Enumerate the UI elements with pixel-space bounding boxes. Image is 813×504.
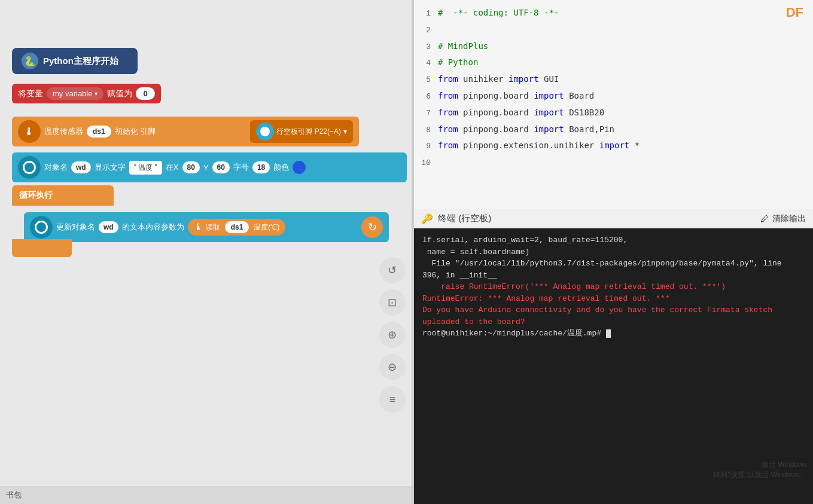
line-num-1: 1 <box>414 8 438 20</box>
terminal-icon: 🔑 <box>421 213 433 224</box>
font-value-pill[interactable]: 18 <box>252 161 270 173</box>
terminal-header: 🔑 终端 (行空板) 🖊 清除输出 <box>414 209 813 228</box>
clear-label: 清除输出 <box>772 213 806 224</box>
pin-selector[interactable]: ● 行空板引脚 P22(~A) ▾ <box>250 120 353 143</box>
temp-read-pill[interactable]: 🌡 读取 ds1 温度(℃) <box>188 219 286 236</box>
color-picker[interactable] <box>293 161 306 174</box>
temp-label: 温度(℃) <box>254 222 279 233</box>
df-logo: DF <box>786 5 803 20</box>
obj-label: 对象名 <box>44 162 68 173</box>
clear-icon: 🖊 <box>760 214 769 224</box>
code-line-10: 10 <box>414 154 813 171</box>
update-block[interactable]: 更新对象名 wd 的文本内容参数为 🌡 读取 ds1 温度(℃) ↻ <box>24 212 389 242</box>
text-content-pill[interactable]: " 温度 " <box>129 161 162 175</box>
update-icon <box>30 216 53 239</box>
code-editor: 1 # -*- coding: UTF-8 -*- 2 3 # MindPlus… <box>414 0 813 209</box>
pin-icon: ● <box>256 123 274 140</box>
y-value-pill[interactable]: 60 <box>212 161 230 173</box>
variable-value: 0 <box>143 89 147 98</box>
temp-sensor-block[interactable]: 🌡 温度传感器 ds1 初始化 引脚 ● 行空板引脚 P22(~A) ▾ <box>12 117 359 146</box>
terminal-line-4: raise RuntimeError('*** Analog map retri… <box>422 281 805 293</box>
assign-op-label: 赋值为 <box>107 88 132 99</box>
variable-block[interactable]: 将变量 my variable ▾ 赋值为 0 <box>12 84 161 103</box>
display-inner-circle <box>23 161 36 174</box>
ds-read-pill[interactable]: ds1 <box>225 221 249 233</box>
y-label: Y <box>203 163 209 172</box>
at-x-label: 在X <box>166 162 179 173</box>
update-label: 更新对象名 <box>56 222 95 233</box>
python-icon: 🐍 <box>22 53 38 69</box>
code-comment-1: # -*- coding: UTF-8 -*- <box>438 8 559 17</box>
line-num-3: 3 <box>414 41 438 54</box>
code-line-1: 1 # -*- coding: UTF-8 -*- <box>414 5 813 22</box>
code-line-5: 5 from unihiker import GUI <box>414 71 813 88</box>
zoom-in-button[interactable]: ⊕ <box>379 322 406 348</box>
terminal-line-5: RuntimeError: *** Analog map retrieval t… <box>422 293 805 305</box>
code-line-6: 6 from pinpong.board import Board <box>414 88 813 105</box>
transform-ctrl-button[interactable]: ⊡ <box>379 289 406 316</box>
variable-value-pill[interactable]: 0 <box>136 87 154 100</box>
line-num-6: 6 <box>414 91 438 103</box>
pin-icon-inner: ● <box>260 127 270 136</box>
pin-dropdown-arrow: ▾ <box>343 127 347 136</box>
update-wd-pill[interactable]: wd <box>99 221 118 233</box>
temp-sensor-icon: 🌡 <box>18 120 41 143</box>
display-icon <box>18 156 41 179</box>
code-line-2: 2 <box>414 22 813 38</box>
watermark: 激活 Windows 转到"设置"以激活 Windows。 <box>713 460 807 480</box>
x-value-pill[interactable]: 80 <box>182 161 200 173</box>
code-from-7: from <box>438 108 458 117</box>
left-panel: 🐍 Python主程序开始 将变量 my variable ▾ 赋值为 0 🌡 … <box>0 0 412 504</box>
terminal-line-1: lf.serial, arduino_wait=2, baud_rate=115… <box>422 234 805 246</box>
terminal-line-7: root@unihiker:~/mindplus/cache/温度.mp# <box>422 328 805 340</box>
bottom-bar: 书包 <box>0 486 412 504</box>
code-line-9: 9 from pinpong.extension.unihiker import… <box>414 138 813 154</box>
wd-pill[interactable]: wd <box>71 161 91 173</box>
terminal-title-text: 终端 (行空板) <box>438 213 491 224</box>
code-line-4: 4 # Python <box>414 54 813 71</box>
color-label: 颜色 <box>273 162 289 173</box>
code-line-3: 3 # MindPlus <box>414 38 813 55</box>
refresh-button[interactable]: ↻ <box>361 216 383 238</box>
line-num-10: 10 <box>414 157 438 170</box>
watermark-line2: 转到"设置"以激活 Windows。 <box>713 470 807 480</box>
right-panel: DF 1 # -*- coding: UTF-8 -*- 2 3 # MindP… <box>414 0 813 504</box>
fit-button[interactable]: ≡ <box>379 386 406 413</box>
loop-bottom <box>12 239 72 257</box>
watermark-line1: 激活 Windows <box>713 460 807 470</box>
var-dropdown-arrow: ▾ <box>95 90 98 97</box>
line-num-7: 7 <box>414 108 438 120</box>
var-name-text: my variable <box>53 89 92 98</box>
terminal-line-2: name = self.boardname) <box>422 246 805 258</box>
zoom-out-button[interactable]: ⊖ <box>379 354 406 380</box>
loop-label: 循环执行 <box>19 190 53 200</box>
line-num-8: 8 <box>414 124 438 137</box>
line-num-2: 2 <box>414 25 438 37</box>
code-comment-3: # MindPlus <box>438 41 488 51</box>
line-num-9: 9 <box>414 140 438 153</box>
code-from-5: from <box>438 74 458 84</box>
python-start-block[interactable]: 🐍 Python主程序开始 <box>12 48 138 74</box>
ds-pill[interactable]: ds1 <box>87 126 111 138</box>
read-label: 读取 <box>206 222 220 233</box>
terminal-line-6: Do you have Arduino connectivity and do … <box>422 304 805 328</box>
right-controls: ↺ ⊡ ⊕ ⊖ ≡ <box>379 257 406 413</box>
code-line-7: 7 from pinpong.board import DS18B20 <box>414 105 813 121</box>
board-label: 行空板引脚 <box>276 127 312 137</box>
code-from-6: from <box>438 91 458 100</box>
code-line-8: 8 from pinpong.board import Board,Pin <box>414 121 813 138</box>
display-block[interactable]: 对象名 wd 显示文字 " 温度 " 在X 80 Y 60 字号 18 颜色 <box>12 152 407 182</box>
content-label: 的文本内容参数为 <box>122 222 184 233</box>
font-label: 字号 <box>233 162 249 173</box>
terminal-title: 🔑 终端 (行空板) <box>421 213 491 224</box>
line-num-5: 5 <box>414 74 438 87</box>
init-label: 初始化 引脚 <box>115 126 156 137</box>
code-comment-4: # Python <box>438 57 478 67</box>
clear-output-button[interactable]: 🖊 清除输出 <box>760 213 806 224</box>
loop-block[interactable]: 循环执行 <box>12 185 114 206</box>
pin-value: P22(~A) <box>315 127 341 136</box>
refresh-ctrl-button[interactable]: ↺ <box>379 257 406 283</box>
variable-name-pill[interactable]: my variable ▾ <box>47 87 103 100</box>
code-from-9: from <box>438 140 458 150</box>
line-num-4: 4 <box>414 57 438 70</box>
